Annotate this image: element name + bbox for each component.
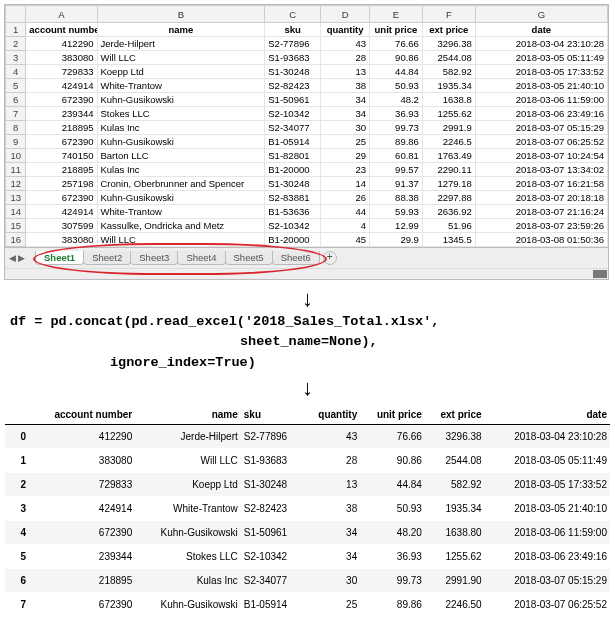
cell[interactable]: 28 (321, 51, 370, 65)
cell[interactable]: 34 (321, 93, 370, 107)
cell[interactable]: White-Trantow (97, 205, 265, 219)
cell[interactable]: 383080 (26, 233, 97, 247)
row-header[interactable]: 8 (6, 121, 26, 135)
cell[interactable]: 2544.08 (422, 51, 475, 65)
cell[interactable]: S1-30248 (265, 177, 321, 191)
row-header[interactable]: 3 (6, 51, 26, 65)
cell[interactable]: ext price (422, 23, 475, 37)
cell[interactable]: 2297.88 (422, 191, 475, 205)
cell[interactable]: Kuhn-Gusikowski (97, 93, 265, 107)
cell[interactable]: 424914 (26, 79, 97, 93)
row-header[interactable]: 6 (6, 93, 26, 107)
cell[interactable]: 2246.5 (422, 135, 475, 149)
cell[interactable]: 383080 (26, 51, 97, 65)
cell[interactable]: 2018-03-05 05:11:49 (475, 51, 607, 65)
cell[interactable]: 99.57 (370, 163, 423, 177)
row-header[interactable]: 2 (6, 37, 26, 51)
cell[interactable]: 2018-03-07 10:24:54 (475, 149, 607, 163)
cell[interactable]: 91.37 (370, 177, 423, 191)
cell[interactable]: 2018-03-07 20:18:18 (475, 191, 607, 205)
cell[interactable]: 672390 (26, 93, 97, 107)
cell[interactable]: S1-50961 (265, 93, 321, 107)
cell[interactable]: 29 (321, 149, 370, 163)
cell[interactable]: S2-10342 (265, 107, 321, 121)
cell[interactable]: name (97, 23, 265, 37)
cell[interactable]: Will LLC (97, 233, 265, 247)
cell[interactable]: 29.9 (370, 233, 423, 247)
cell[interactable]: 218895 (26, 163, 97, 177)
cell[interactable]: 51.96 (422, 219, 475, 233)
row-header[interactable]: 9 (6, 135, 26, 149)
cell[interactable]: 672390 (26, 135, 97, 149)
cell[interactable]: B1-05914 (265, 135, 321, 149)
cell[interactable]: Stokes LLC (97, 107, 265, 121)
cell[interactable]: 2018-03-07 06:25:52 (475, 135, 607, 149)
col-header[interactable]: A (26, 6, 97, 23)
cell[interactable]: 2018-03-07 21:16:24 (475, 205, 607, 219)
cell[interactable]: 2290.11 (422, 163, 475, 177)
cell[interactable]: 218895 (26, 121, 97, 135)
sheet-tab[interactable]: Sheet6 (272, 251, 320, 265)
cell[interactable]: S1-93683 (265, 51, 321, 65)
cell[interactable]: 26 (321, 191, 370, 205)
cell[interactable]: 239344 (26, 107, 97, 121)
cell[interactable]: 2018-03-07 23:59:26 (475, 219, 607, 233)
col-header[interactable]: C (265, 6, 321, 23)
sheet-tab[interactable]: Sheet2 (83, 251, 131, 265)
cell[interactable]: Kulas Inc (97, 121, 265, 135)
cell[interactable]: 12.99 (370, 219, 423, 233)
add-sheet-button[interactable]: + (323, 251, 337, 265)
cell[interactable]: Kassulke, Ondricka and Metz (97, 219, 265, 233)
cell[interactable]: S2-34077 (265, 121, 321, 135)
col-header[interactable]: F (422, 6, 475, 23)
cell[interactable]: S2-77896 (265, 37, 321, 51)
cell[interactable]: S2-83881 (265, 191, 321, 205)
cell[interactable]: S2-82423 (265, 79, 321, 93)
sheet-tab[interactable]: Sheet5 (225, 251, 273, 265)
cell[interactable]: 2018-03-06 23:49:16 (475, 107, 607, 121)
cell[interactable]: 1763.49 (422, 149, 475, 163)
cell[interactable]: Kuhn-Gusikowski (97, 135, 265, 149)
cell[interactable]: date (475, 23, 607, 37)
cell[interactable]: 59.93 (370, 205, 423, 219)
cell[interactable]: 89.86 (370, 135, 423, 149)
cell[interactable]: 13 (321, 65, 370, 79)
cell[interactable]: 412290 (26, 37, 97, 51)
cell[interactable]: 1345.5 (422, 233, 475, 247)
cell[interactable]: 44 (321, 205, 370, 219)
cell[interactable]: Will LLC (97, 51, 265, 65)
cell[interactable]: 2018-03-05 21:40:10 (475, 79, 607, 93)
sheet-tab[interactable]: Sheet3 (130, 251, 178, 265)
cell[interactable]: 25 (321, 135, 370, 149)
cell[interactable]: 1255.62 (422, 107, 475, 121)
row-header[interactable]: 13 (6, 191, 26, 205)
cell[interactable]: 2018-03-07 05:15:29 (475, 121, 607, 135)
cell[interactable]: 99.73 (370, 121, 423, 135)
cell[interactable]: 90.86 (370, 51, 423, 65)
col-header[interactable]: D (321, 6, 370, 23)
cell[interactable]: Koepp Ltd (97, 65, 265, 79)
row-header[interactable]: 5 (6, 79, 26, 93)
cell[interactable]: 2018-03-07 16:21:58 (475, 177, 607, 191)
cell[interactable]: 424914 (26, 205, 97, 219)
cell[interactable]: 48.2 (370, 93, 423, 107)
cell[interactable]: unit price (370, 23, 423, 37)
cell[interactable]: 2636.92 (422, 205, 475, 219)
cell[interactable]: 1638.8 (422, 93, 475, 107)
cell[interactable]: 34 (321, 107, 370, 121)
row-header[interactable]: 16 (6, 233, 26, 247)
cell[interactable]: 740150 (26, 149, 97, 163)
row-header[interactable]: 12 (6, 177, 26, 191)
row-header[interactable]: 11 (6, 163, 26, 177)
cell[interactable]: S1-30248 (265, 65, 321, 79)
cell[interactable]: account number (26, 23, 97, 37)
cell[interactable]: 2018-03-08 01:50:36 (475, 233, 607, 247)
cell[interactable]: 729833 (26, 65, 97, 79)
col-header[interactable]: B (97, 6, 265, 23)
cell[interactable]: Barton LLC (97, 149, 265, 163)
row-header[interactable]: 1 (6, 23, 26, 37)
cell[interactable]: 43 (321, 37, 370, 51)
cell[interactable]: 307599 (26, 219, 97, 233)
cell[interactable]: Cronin, Oberbrunner and Spencer (97, 177, 265, 191)
excel-corner[interactable] (6, 6, 26, 23)
